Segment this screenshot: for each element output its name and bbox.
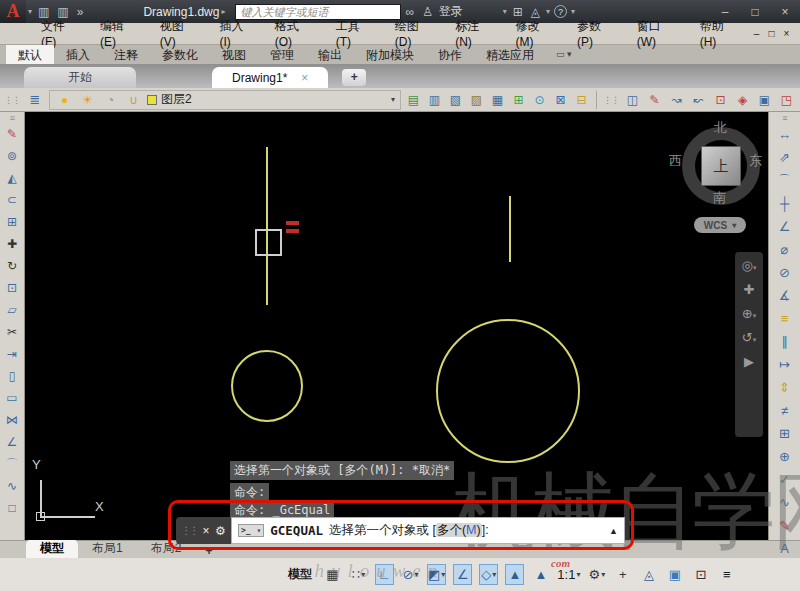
- wcs-dropdown-icon[interactable]: ▾: [732, 221, 736, 230]
- move-icon[interactable]: ✚: [0, 233, 24, 255]
- layer-properties-icon[interactable]: ≣: [24, 92, 46, 107]
- wcs-button[interactable]: WCS ▾: [694, 217, 746, 233]
- erase-icon[interactable]: ✎: [0, 123, 24, 145]
- dropdown-caret-icon[interactable]: ▾: [753, 336, 757, 343]
- dim-baseline-icon[interactable]: ∥: [769, 330, 800, 353]
- new-tab-button[interactable]: +: [342, 69, 366, 86]
- layer-thaw-sun-icon[interactable]: ☀: [78, 93, 97, 107]
- snap-mode-icon[interactable]: ∷▾: [349, 564, 368, 585]
- ribbon-tab-insert[interactable]: 插入: [54, 45, 102, 64]
- layout-tab-layout1[interactable]: 布局1: [78, 539, 137, 558]
- dim-quick-icon[interactable]: ≡: [769, 307, 800, 330]
- join-icon[interactable]: ⋈: [0, 409, 24, 431]
- layer-unisolate-icon[interactable]: ▦: [488, 93, 507, 107]
- dim-linear-icon[interactable]: ↔: [769, 123, 800, 146]
- option-multiple[interactable]: 多个(M): [436, 523, 482, 537]
- annotation-scale-label[interactable]: 1:1▾: [557, 564, 580, 585]
- layer-match-icon[interactable]: ▥: [425, 93, 444, 107]
- ribbon-tab-default[interactable]: 默认: [6, 45, 54, 64]
- showmotion-icon[interactable]: ▶: [744, 354, 754, 369]
- isometric-drafting-icon[interactable]: ◩▾: [427, 564, 446, 585]
- ribbon-tab-featured[interactable]: 精选应用: [474, 45, 546, 64]
- circle-entity[interactable]: [231, 350, 303, 422]
- command-line-handle[interactable]: ⋮⋮ × ⚙: [176, 517, 231, 544]
- dropdown-caret-icon[interactable]: ▾: [753, 264, 757, 271]
- expand-history-icon[interactable]: ▲: [609, 526, 618, 536]
- array-icon[interactable]: ⊞: [0, 211, 24, 233]
- viewcube-east-label[interactable]: 东: [749, 152, 762, 170]
- layer-make-current-icon[interactable]: ▤: [404, 93, 423, 107]
- fillet-icon[interactable]: ⌒: [0, 453, 24, 475]
- dim-jogged-icon[interactable]: ∡: [769, 284, 800, 307]
- dim-tolerance-icon[interactable]: ⊞: [769, 422, 800, 445]
- toolbar-grip[interactable]: ≡: [9, 113, 15, 123]
- match-properties-icon[interactable]: ◈: [733, 93, 752, 107]
- zoom-icon[interactable]: ⊕▾: [742, 306, 756, 321]
- dropdown-caret-icon[interactable]: ▾: [441, 570, 445, 579]
- break-icon[interactable]: ▭: [0, 387, 24, 409]
- rotate-icon[interactable]: ↻: [0, 255, 24, 277]
- drawing-canvas[interactable]: 北 西 东 南 上 WCS ▾ ◎▾✚⊕▾↺▾▶ 选择第一个对象或 [多个(M)…: [25, 112, 768, 540]
- trim-icon[interactable]: ✂: [0, 321, 24, 343]
- mirror-icon[interactable]: ◭: [0, 167, 24, 189]
- toolbar-grip[interactable]: ≡: [781, 113, 787, 123]
- ribbon-tab-parametric[interactable]: 参数化: [150, 45, 210, 64]
- line-entity[interactable]: [509, 196, 511, 262]
- map-import-icon[interactable]: ▣: [755, 93, 774, 107]
- layer-previous-icon[interactable]: ▧: [446, 93, 465, 107]
- circle-entity[interactable]: [436, 319, 580, 463]
- dim-angular-icon[interactable]: ∠: [769, 215, 800, 238]
- dim-break-icon[interactable]: ≠: [769, 399, 800, 422]
- viewcube-west-label[interactable]: 西: [669, 152, 682, 170]
- dim-center-mark-icon[interactable]: ⊕: [769, 445, 800, 468]
- measure-icon[interactable]: ◳: [777, 93, 796, 107]
- isolate-objects-icon[interactable]: ◬: [639, 564, 658, 585]
- ribbon-tab-output[interactable]: 输出: [306, 45, 354, 64]
- scale-icon[interactable]: ⊡: [0, 277, 24, 299]
- dropdown-caret-icon[interactable]: ▾: [576, 570, 580, 579]
- viewcube-top-face[interactable]: 上: [701, 146, 741, 186]
- navigation-wheel-icon[interactable]: ◎▾: [742, 258, 757, 273]
- close-tab-icon[interactable]: ×: [301, 71, 308, 85]
- dropdown-caret-icon[interactable]: ▾: [414, 570, 418, 579]
- dim-ordinate-icon[interactable]: ┼: [769, 192, 800, 215]
- layer-off-icon[interactable]: ⊙: [530, 93, 549, 107]
- ribbon-tab-addins[interactable]: 附加模块: [354, 45, 426, 64]
- extend-icon[interactable]: ⇥: [0, 343, 24, 365]
- layer-dropdown-caret-icon[interactable]: ▾: [391, 95, 395, 104]
- menu-help[interactable]: 帮助(H): [689, 15, 749, 52]
- menu-window[interactable]: 窗口(W): [626, 15, 689, 52]
- customize-plus-icon[interactable]: +: [613, 564, 632, 585]
- drag-grip-icon[interactable]: ⋮⋮: [181, 525, 197, 536]
- layer-viewport-icon[interactable]: ◔: [101, 93, 120, 107]
- dim-aligned-icon[interactable]: ⇗: [769, 146, 800, 169]
- pan-hand-icon[interactable]: ✚: [744, 282, 755, 297]
- viewcube-north-label[interactable]: 北: [714, 119, 727, 137]
- annotation-autoscale-icon[interactable]: ▲: [531, 564, 550, 585]
- break-at-point-icon[interactable]: ▯: [0, 365, 24, 387]
- ribbon-tab-annotate[interactable]: 注释: [102, 45, 150, 64]
- menu-parametric[interactable]: 参数(P): [566, 15, 626, 52]
- layout-tab-model[interactable]: 模型: [26, 539, 78, 558]
- model-space-label[interactable]: 模型: [288, 566, 312, 583]
- layer-on-bulb-icon[interactable]: ●: [55, 93, 74, 107]
- ortho-icon[interactable]: ∟: [375, 564, 394, 585]
- command-prompt-icon[interactable]: >_ ▾: [238, 524, 264, 537]
- dropdown-caret-icon[interactable]: ▾: [601, 570, 605, 579]
- polar-tracking-icon[interactable]: ⊘▾: [401, 564, 420, 585]
- dropdown-caret-icon[interactable]: ▾: [753, 312, 757, 319]
- ribbon-tab-view[interactable]: 视图: [210, 45, 258, 64]
- menu-hamburger-icon[interactable]: ≡: [717, 564, 736, 585]
- dropdown-caret-icon[interactable]: ▾: [361, 570, 365, 579]
- move-group-icon[interactable]: ◫: [623, 93, 642, 107]
- explode-icon[interactable]: □: [0, 497, 24, 519]
- toolbar-grip[interactable]: ⋮⋮: [3, 95, 21, 105]
- toolbar-grip[interactable]: ⋮⋮: [602, 95, 620, 105]
- layer-lock-icon[interactable]: ⊠: [551, 93, 570, 107]
- dim-continue-icon[interactable]: ↦: [769, 353, 800, 376]
- edit-polyline-icon[interactable]: ✎: [645, 93, 664, 107]
- hardware-acceleration-icon[interactable]: ▣: [665, 564, 684, 585]
- command-input-field[interactable]: >_ ▾ GCEQUAL 选择第一个对象或 [多个(M)]: ▲: [231, 517, 625, 544]
- dim-inspect-icon[interactable]: ✓: [769, 468, 800, 491]
- dim-space-icon[interactable]: ⇕: [769, 376, 800, 399]
